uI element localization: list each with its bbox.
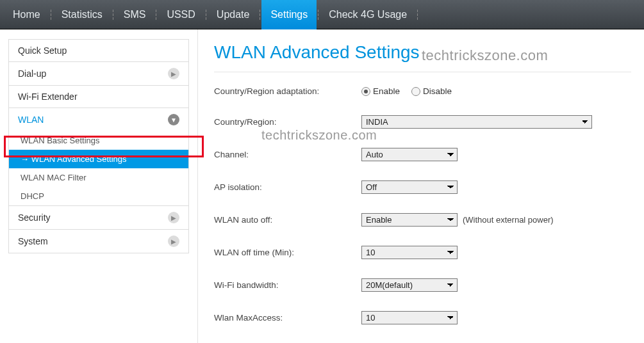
sidebar-item-label: Security [18,212,51,223]
main-panel: WLAN Advanced Settings techtrickszone.co… [197,29,644,343]
sidebar-dhcp[interactable]: DHCP [8,187,189,206]
row-bandwidth: Wi-Fi bandwidth: 20M(default) [214,278,631,292]
sidebar-item-label: System [18,236,48,246]
row-ap-isolation: AP isolation: Off [214,180,631,194]
watermark: techtrickszone.com [422,47,548,64]
row-off-time: WLAN off time (Min): 10 [214,246,631,259]
label-bandwidth: Wi-Fi bandwidth: [214,280,361,290]
radio-icon [361,87,370,96]
label-max-access: Wlan MaxAccess: [214,313,361,323]
radio-icon [411,87,420,96]
sidebar-security[interactable]: Security ▶ [8,205,189,230]
chevron-right-icon: ▶ [168,68,179,79]
radio-label: Enable [373,86,400,96]
sidebar-wlan[interactable]: WLAN ▼ [8,108,189,132]
label-country: Country/Region: [214,117,361,127]
chevron-down-icon: ▼ [168,114,179,125]
select-bandwidth[interactable]: 20M(default) [361,278,458,292]
sidebar-item-label: Wi-Fi Extender [18,92,78,102]
sidebar-system[interactable]: System ▶ [8,229,189,253]
row-auto-off: WLAN auto off: Enable (Without external … [214,213,631,227]
watermark: techtrickszone.com [261,128,377,143]
note-auto-off: (Without external power) [463,215,554,225]
select-ap-isolation[interactable]: Off [361,180,458,194]
sidebar-item-label: Dial-up [18,68,46,79]
radio-label: Disable [423,86,452,96]
top-nav: Home Statistics SMS USSD Update Settings… [0,0,644,29]
row-country-adaptation: Country/Region adaptation: Enable Disabl… [214,86,631,96]
nav-statistics[interactable]: Statistics [53,0,111,29]
select-auto-off[interactable]: Enable [361,213,458,227]
label-country-adaptation: Country/Region adaptation: [214,86,361,96]
radio-disable[interactable]: Disable [411,86,452,96]
nav-check-4g[interactable]: Check 4G Usage [320,0,416,29]
label-off-time: WLAN off time (Min): [214,248,361,257]
vertical-divider [197,29,198,343]
nav-divider [113,10,113,12]
select-channel[interactable]: Auto [361,148,458,161]
nav-update[interactable]: Update [208,0,259,29]
nav-ussd[interactable]: USSD [158,0,204,29]
chevron-right-icon: ▶ [168,212,179,223]
sidebar-wlan-mac-filter[interactable]: WLAN MAC Filter [8,168,189,187]
sidebar-wlan-basic[interactable]: WLAN Basic Settings [8,131,189,150]
sidebar-wlan-advanced[interactable]: WLAN Advanced Settings [8,150,189,169]
label-auto-off: WLAN auto off: [214,215,361,225]
label-ap-isolation: AP isolation: [214,182,361,192]
nav-divider [206,10,206,12]
nav-settings[interactable]: Settings [261,0,317,29]
select-country[interactable]: INDIA [361,115,592,129]
sidebar-dial-up[interactable]: Dial-up ▶ [8,61,189,86]
select-off-time[interactable]: 10 [361,246,458,259]
row-channel: Channel: Auto [214,148,631,161]
sidebar-wifi-extender[interactable]: Wi-Fi Extender [8,85,189,108]
sidebar: Quick Setup Dial-up ▶ Wi-Fi Extender WLA… [0,29,197,343]
select-max-access[interactable]: 10 [361,311,458,324]
nav-divider [260,10,260,12]
sidebar-quick-setup[interactable]: Quick Setup [8,39,189,62]
nav-divider [318,10,318,12]
label-channel: Channel: [214,150,361,159]
nav-sms[interactable]: SMS [115,0,155,29]
nav-divider [156,10,156,12]
row-max-access: Wlan MaxAccess: 10 [214,311,631,324]
chevron-right-icon: ▶ [168,235,179,247]
nav-divider [51,10,51,12]
nav-divider [417,10,418,12]
sidebar-item-label: WLAN [18,115,44,125]
radio-enable[interactable]: Enable [361,86,400,96]
row-country: Country/Region: INDIA [214,115,631,129]
nav-home[interactable]: Home [4,0,49,29]
